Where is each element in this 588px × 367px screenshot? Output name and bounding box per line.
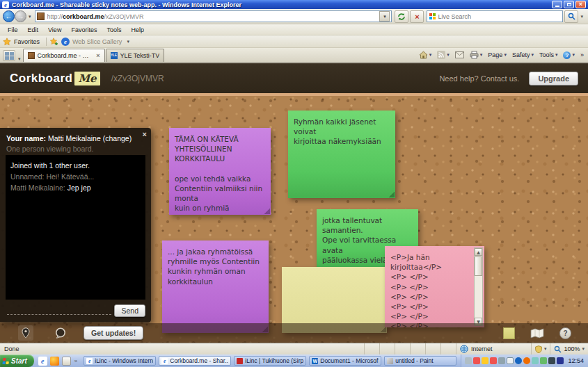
home-icon: [419, 51, 428, 59]
scroll-thumb[interactable]: [475, 256, 482, 276]
tray-sync-icon[interactable]: [540, 357, 547, 364]
restore-button[interactable]: [564, 1, 574, 8]
scroll-up-icon[interactable]: ▲: [475, 248, 482, 256]
sticky-note-purple-2[interactable]: ... ja jakaa ryhmätöissä ryhmille myös C…: [162, 240, 269, 333]
note-text[interactable]: ... ja jakaa ryhmätöissä ryhmille myös C…: [168, 247, 263, 286]
taskbar-button-paint[interactable]: untitled - Paint: [384, 356, 456, 366]
help-button[interactable]: ? ▾: [560, 48, 578, 62]
tray-display-icon[interactable]: [507, 357, 514, 364]
tray-battery-icon[interactable]: [548, 357, 555, 364]
taskbar-button-corkboard[interactable]: e Corkboard.me - Shar...: [159, 356, 231, 366]
search-box[interactable]: [427, 10, 563, 22]
board-help-button[interactable]: ?: [559, 327, 571, 339]
menu-tools[interactable]: Tools: [102, 25, 126, 35]
menu-edit[interactable]: Edit: [23, 25, 44, 35]
sticky-note-green-1[interactable]: Ryhmän kaikki jäsenet voivat kirjoittaa …: [288, 111, 395, 198]
tray-volume-icon[interactable]: [465, 357, 472, 364]
favorites-star-icon[interactable]: [3, 38, 11, 46]
chat-input[interactable]: [7, 305, 111, 315]
chat-bubble-icon: [54, 327, 67, 339]
tab-label: YLE Teksti-TV: [120, 52, 160, 59]
zoom-control[interactable]: 100% ▾: [550, 343, 588, 354]
print-button[interactable]: ▾: [467, 48, 486, 62]
history-dropdown-icon[interactable]: ▾: [29, 14, 31, 19]
send-button[interactable]: Send: [114, 304, 145, 317]
page-menu[interactable]: Page▾: [485, 48, 509, 62]
location-pin-button[interactable]: [18, 325, 33, 341]
tab-yle[interactable]: YLE YLE Teksti-TV: [106, 49, 165, 62]
close-button[interactable]: ×: [575, 1, 586, 8]
quick-launch-show-desktop-icon[interactable]: [62, 357, 71, 366]
protected-mode-cell[interactable]: ▾: [531, 343, 550, 354]
get-updates-button[interactable]: Get updates!: [84, 326, 143, 340]
back-button[interactable]: ←: [3, 10, 15, 22]
tray-error2-icon[interactable]: [490, 357, 497, 364]
url-text[interactable]: http://corkboard.me/xZv3OjVMVR: [47, 13, 380, 20]
help-contact-link[interactable]: Need help? Contact us.: [439, 74, 519, 83]
minimize-button[interactable]: [552, 1, 562, 8]
tray-security-icon[interactable]: [523, 357, 530, 364]
sticky-note-purple-1[interactable]: TÄMÄ ON KÄTEVÄ YHTEISÖLLINEN KORKKITAULU…: [169, 128, 271, 215]
chat-history[interactable]: Joined with 1 other user. Unnamed: Hei! …: [6, 155, 145, 300]
menu-view[interactable]: View: [43, 25, 66, 35]
feeds-button[interactable]: ▾: [434, 48, 452, 62]
note-resize-grip[interactable]: [264, 208, 270, 214]
address-dropdown-icon[interactable]: ▾: [379, 11, 390, 22]
brand-logo[interactable]: Corkboard: [10, 72, 72, 85]
search-input[interactable]: [438, 13, 560, 20]
taskbar-button-ilinc-ie[interactable]: e iLinc - Windows Internet ...: [84, 356, 156, 366]
mail-icon: [455, 51, 464, 58]
refresh-button[interactable]: [395, 10, 408, 23]
tab-close-icon[interactable]: ×: [96, 52, 100, 59]
favorites-bar: Favorites e Web Slice Gallery ▾: [0, 35, 588, 48]
search-go-button[interactable]: [564, 10, 578, 23]
panel-close-icon[interactable]: ×: [143, 130, 147, 138]
note-text[interactable]: TÄMÄ ON KÄTEVÄ YHTEISÖLLINEN KORKKITAULU…: [175, 134, 265, 213]
tray-error-icon[interactable]: [473, 357, 480, 364]
address-field[interactable]: http://corkboard.me/xZv3OjVMVR ▾: [35, 10, 392, 22]
quick-launch-ie-icon[interactable]: e: [38, 357, 47, 366]
tray-update-icon[interactable]: [482, 357, 488, 364]
safety-menu[interactable]: Safety▾: [509, 48, 537, 62]
menu-help[interactable]: Help: [126, 25, 149, 35]
tools-menu[interactable]: Tools▾: [537, 48, 561, 62]
sticky-note-pink[interactable]: <P>Ja hän kirjoittaa</P> <P> </P> <P> </…: [385, 246, 484, 327]
quick-launch-messenger-icon[interactable]: [50, 357, 59, 366]
note-scrollbar[interactable]: ▲ ▼: [474, 247, 483, 326]
viewers-text: One person viewing board.: [6, 145, 94, 153]
chat-toggle-button[interactable]: [53, 325, 68, 341]
tab-corkboard[interactable]: Corkboard.me - Shareabl... ×: [23, 49, 105, 62]
map-view-button[interactable]: [530, 328, 544, 339]
tray-messenger-icon[interactable]: [557, 357, 564, 364]
web-slice-caret-icon[interactable]: ▾: [127, 39, 129, 44]
upgrade-button[interactable]: Upgrade: [529, 72, 578, 85]
menu-file[interactable]: File: [3, 25, 23, 35]
web-slice-icon[interactable]: e: [61, 38, 70, 46]
tab-list-caret-icon[interactable]: ▾: [18, 56, 21, 62]
quick-launch-chevron-icon[interactable]: »: [74, 358, 77, 364]
change-name-link[interactable]: (change): [103, 134, 132, 142]
refresh-icon: [397, 13, 406, 21]
tray-bluetooth-icon[interactable]: [515, 357, 522, 364]
menu-favorites[interactable]: Favorites: [66, 25, 102, 35]
tray-wireless-icon[interactable]: [532, 357, 539, 364]
taskbar-button-ilinc-app[interactable]: iLinc | Tukihuone (Sirpa K...: [234, 356, 306, 366]
tray-ilinc-icon[interactable]: [498, 357, 505, 364]
note-resize-grip[interactable]: [388, 191, 395, 197]
add-favorite-icon[interactable]: [50, 38, 58, 46]
web-slice-gallery[interactable]: Web Slice Gallery: [72, 38, 122, 45]
stop-button[interactable]: ×: [410, 10, 424, 23]
new-note-button[interactable]: [503, 327, 515, 339]
favorites-label[interactable]: Favorites: [14, 38, 40, 45]
taskbar-button-word[interactable]: W Document1 - Microsoft ...: [309, 356, 381, 366]
read-mail-button[interactable]: [452, 48, 467, 62]
home-button[interactable]: ▾: [416, 48, 435, 62]
search-options-icon[interactable]: ▾: [580, 14, 583, 19]
quick-tabs-icon[interactable]: [3, 50, 15, 61]
forward-button[interactable]: →: [15, 10, 26, 22]
brand-me-badge[interactable]: Me: [74, 72, 100, 85]
overflow-chevron-icon[interactable]: »: [578, 48, 587, 62]
start-button[interactable]: Start: [0, 354, 34, 367]
note-text[interactable]: <P>Ja hän kirjoittaa</P> <P> </P> <P> </…: [390, 252, 470, 327]
note-text[interactable]: Ryhmän kaikki jäsenet voivat kirjoittaa …: [294, 117, 390, 147]
